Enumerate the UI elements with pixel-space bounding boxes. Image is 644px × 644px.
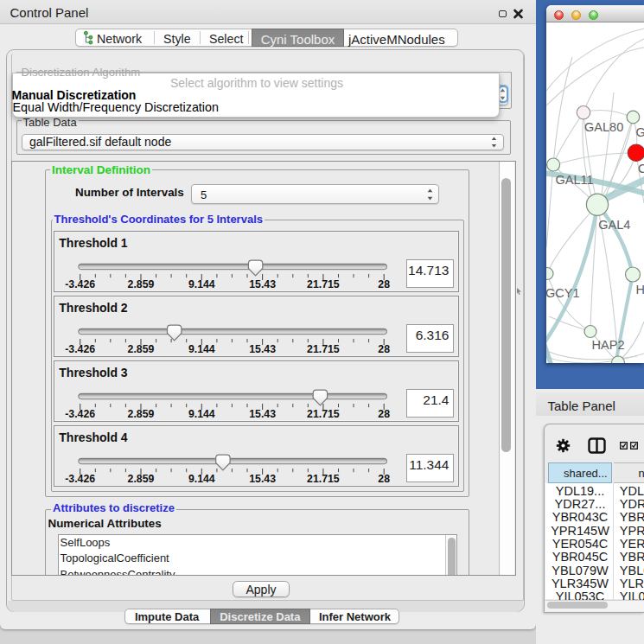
svg-text:-3.426: -3.426 <box>66 277 96 290</box>
svg-text:9.144: 9.144 <box>188 343 215 355</box>
svg-text:9.144: 9.144 <box>188 408 215 420</box>
svg-text:GA: GA <box>636 124 644 138</box>
svg-text:9.144: 9.144 <box>188 277 215 290</box>
svg-text:21.715: 21.715 <box>307 343 340 355</box>
svg-text:GAL4: GAL4 <box>598 217 630 231</box>
svg-text:GAL80: GAL80 <box>584 120 623 134</box>
svg-text:GCY1: GCY1 <box>546 285 580 299</box>
svg-text:-3.426: -3.426 <box>66 472 96 484</box>
svg-text:21.715: 21.715 <box>307 277 340 290</box>
svg-text:-3.426: -3.426 <box>66 408 96 420</box>
svg-text:2.859: 2.859 <box>128 277 155 290</box>
svg-text:28: 28 <box>379 472 391 484</box>
svg-text:-3.426: -3.426 <box>66 343 96 355</box>
svg-text:15.43: 15.43 <box>250 277 277 290</box>
svg-text:HAP2: HAP2 <box>592 337 625 351</box>
svg-text:28: 28 <box>379 408 391 420</box>
svg-text:15.43: 15.43 <box>250 472 277 484</box>
svg-text:15.43: 15.43 <box>250 408 277 420</box>
svg-text:28: 28 <box>379 277 391 290</box>
svg-text:2.859: 2.859 <box>128 343 155 355</box>
svg-text:2.859: 2.859 <box>128 408 155 420</box>
svg-text:HS: HS <box>636 283 644 296</box>
svg-text:CY: CY <box>638 161 644 175</box>
svg-text:9.144: 9.144 <box>188 472 215 484</box>
svg-text:2.859: 2.859 <box>128 472 155 484</box>
svg-text:15.43: 15.43 <box>250 343 277 355</box>
svg-text:21.715: 21.715 <box>307 408 340 420</box>
svg-text:21.715: 21.715 <box>307 472 340 484</box>
svg-text:GAL11: GAL11 <box>556 173 594 187</box>
svg-text:28: 28 <box>379 343 391 355</box>
